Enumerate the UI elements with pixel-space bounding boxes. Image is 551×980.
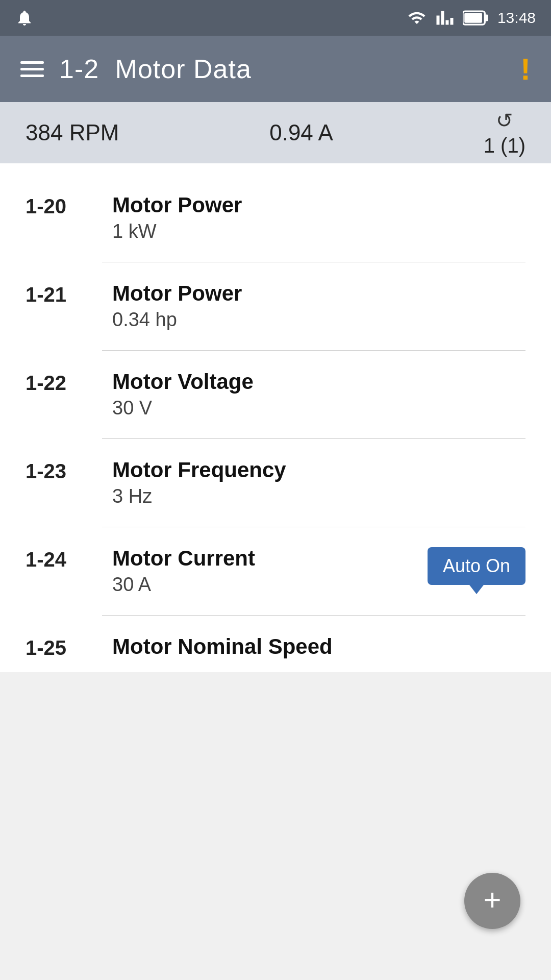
app-bar: 1-2 Motor Data ! bbox=[0, 36, 551, 102]
menu-button[interactable] bbox=[20, 61, 44, 77]
wifi-icon bbox=[407, 9, 427, 27]
param-name: Motor Current bbox=[112, 546, 439, 571]
refresh-area[interactable]: ↺ 1 (1) bbox=[484, 109, 525, 157]
status-bar-left bbox=[15, 9, 34, 27]
fab-button[interactable]: + bbox=[464, 873, 520, 929]
status-time: 13:48 bbox=[497, 9, 536, 27]
param-value: 30 A bbox=[112, 574, 439, 596]
param-id: 1-24 bbox=[26, 548, 92, 571]
param-row-1-22[interactable]: 1-22 Motor Voltage 30 V bbox=[0, 350, 551, 438]
param-name: Motor Power bbox=[112, 193, 525, 217]
status-bar-right: 13:48 bbox=[407, 9, 536, 27]
counter-value: 1 (1) bbox=[484, 134, 525, 157]
param-value: 1 kW bbox=[112, 220, 525, 242]
app-bar-left: 1-2 Motor Data bbox=[20, 54, 252, 84]
app-bar-title: 1-2 Motor Data bbox=[59, 54, 252, 84]
param-id: 1-22 bbox=[26, 372, 92, 395]
param-value: 3 Hz bbox=[112, 485, 525, 507]
status-bar: 13:48 bbox=[0, 0, 551, 36]
param-row-1-21[interactable]: 1-21 Motor Power 0.34 hp bbox=[0, 262, 551, 350]
amps-value: 0.94 A bbox=[269, 120, 333, 145]
param-name: Motor Power bbox=[112, 281, 525, 306]
svg-rect-2 bbox=[464, 13, 482, 23]
param-id: 1-21 bbox=[26, 283, 92, 306]
param-id: 1-23 bbox=[26, 460, 92, 483]
rpm-value: 384 RPM bbox=[26, 120, 119, 145]
summary-bar: 384 RPM 0.94 A ↺ 1 (1) bbox=[0, 102, 551, 163]
param-value: 0.34 hp bbox=[112, 309, 525, 331]
param-name: Motor Nominal Speed bbox=[112, 634, 525, 659]
params-list: 1-20 Motor Power 1 kW 1-21 Motor Power 0… bbox=[0, 163, 551, 672]
param-name: Motor Frequency bbox=[112, 458, 525, 482]
refresh-icon: ↺ bbox=[496, 109, 513, 132]
param-row-1-24[interactable]: 1-24 Motor Current 30 A Auto On bbox=[0, 527, 551, 615]
alert-icon[interactable]: ! bbox=[520, 52, 531, 87]
section-number: 1-2 bbox=[59, 54, 99, 84]
svg-rect-1 bbox=[485, 15, 488, 21]
param-row-1-23[interactable]: 1-23 Motor Frequency 3 Hz bbox=[0, 438, 551, 527]
battery-icon bbox=[463, 10, 489, 26]
signal-icon bbox=[435, 9, 455, 27]
auto-on-badge[interactable]: Auto On bbox=[428, 547, 525, 585]
param-row-1-25[interactable]: 1-25 Motor Nominal Speed bbox=[0, 615, 551, 672]
notification-icon bbox=[15, 9, 34, 27]
fab-plus-icon: + bbox=[483, 885, 501, 915]
page-title: Motor Data bbox=[115, 54, 252, 84]
param-id: 1-20 bbox=[26, 195, 92, 218]
param-name: Motor Voltage bbox=[112, 370, 525, 394]
param-row-1-20[interactable]: 1-20 Motor Power 1 kW bbox=[0, 174, 551, 262]
param-id: 1-25 bbox=[26, 636, 92, 659]
auto-on-button[interactable]: Auto On bbox=[428, 547, 525, 585]
param-value: 30 V bbox=[112, 397, 525, 419]
